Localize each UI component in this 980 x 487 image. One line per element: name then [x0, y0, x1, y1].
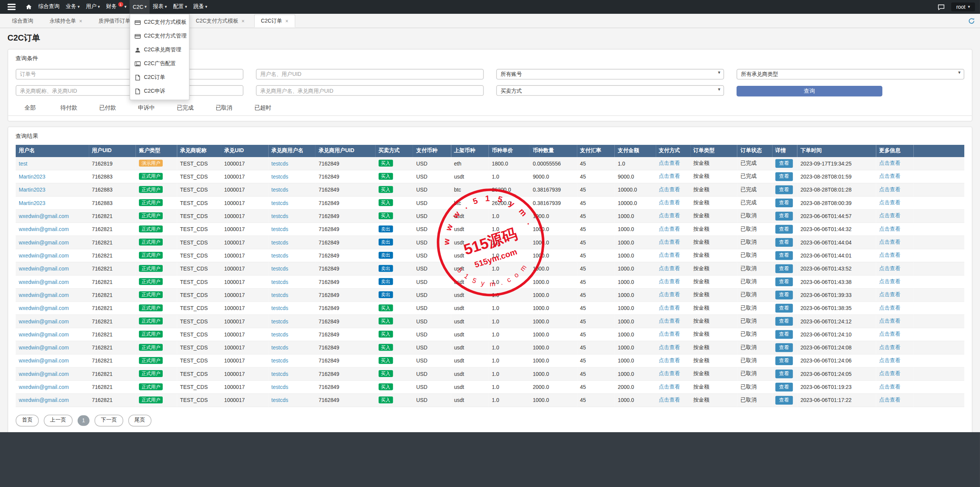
user-link[interactable]: wxedwin@gmail.com: [19, 239, 69, 245]
more-info-link[interactable]: 点击查看: [879, 186, 901, 192]
search-button[interactable]: 查询: [737, 85, 882, 96]
chat-icon[interactable]: [938, 3, 945, 10]
close-icon[interactable]: ×: [285, 18, 288, 24]
pay-method-link[interactable]: 点击查看: [659, 357, 680, 363]
more-info-link[interactable]: 点击查看: [879, 317, 901, 323]
more-info-link[interactable]: 点击查看: [879, 265, 901, 271]
view-detail-button[interactable]: 查看: [775, 343, 793, 352]
more-info-link[interactable]: 点击查看: [879, 291, 901, 297]
nav-item-7[interactable]: 配置▾: [170, 0, 190, 14]
user-link[interactable]: wxedwin@gmail.com: [19, 357, 69, 364]
close-icon[interactable]: ×: [79, 18, 82, 24]
nav-item-8[interactable]: 跳蚤▾: [190, 0, 211, 14]
nav-item-3[interactable]: 用户▾: [83, 0, 103, 14]
dropdown-item-2[interactable]: C2C支付方式管理: [130, 30, 189, 43]
side-select[interactable]: 买卖方式: [496, 85, 724, 96]
pay-method-link[interactable]: 点击查看: [659, 291, 680, 297]
merchant-user-link[interactable]: testcds: [271, 265, 288, 271]
page-button-1[interactable]: 首页: [16, 414, 39, 426]
pay-method-link[interactable]: 点击查看: [659, 344, 680, 350]
dropdown-item-3[interactable]: C2C承兑商管理: [130, 43, 189, 57]
view-detail-button[interactable]: 查看: [775, 238, 793, 246]
nav-item-4[interactable]: 财务1▾: [103, 0, 130, 14]
tab-2[interactable]: 永续持仓单×: [42, 15, 89, 28]
close-icon[interactable]: ×: [242, 18, 245, 24]
more-info-link[interactable]: 点击查看: [879, 383, 901, 389]
more-info-link[interactable]: 点击查看: [879, 370, 901, 376]
more-info-link[interactable]: 点击查看: [879, 278, 901, 284]
more-info-link[interactable]: 点击查看: [879, 344, 901, 350]
more-info-link[interactable]: 点击查看: [879, 396, 901, 402]
pay-method-link[interactable]: 点击查看: [659, 330, 680, 336]
merchant-type-select[interactable]: 所有承兑商类型: [737, 69, 964, 79]
more-info-link[interactable]: 点击查看: [879, 225, 901, 231]
pay-method-link[interactable]: 点击查看: [659, 396, 680, 402]
user-link[interactable]: wxedwin@gmail.com: [19, 226, 69, 232]
nav-item-1[interactable]: 综合查询: [35, 0, 63, 14]
pay-method-link[interactable]: 点击查看: [659, 304, 680, 310]
tab-1[interactable]: 综合查询: [5, 15, 40, 28]
more-info-link[interactable]: 点击查看: [879, 251, 901, 257]
dropdown-item-5[interactable]: C2C订单: [130, 71, 189, 85]
pay-method-link[interactable]: 点击查看: [659, 278, 680, 284]
more-info-link[interactable]: 点击查看: [879, 159, 901, 166]
nav-item-6[interactable]: 报表▾: [150, 0, 170, 14]
view-detail-button[interactable]: 查看: [775, 251, 793, 260]
user-link[interactable]: wxedwin@gmail.com: [19, 371, 69, 377]
user-link[interactable]: wxedwin@gmail.com: [19, 252, 69, 258]
hamburger-menu-icon[interactable]: [0, 0, 23, 14]
user-link[interactable]: wxedwin@gmail.com: [19, 397, 69, 403]
pay-method-link[interactable]: 点击查看: [659, 225, 680, 231]
merchant-user-link[interactable]: testcds: [271, 252, 288, 258]
account-select[interactable]: 所有账号: [496, 69, 724, 79]
pay-method-link[interactable]: 点击查看: [659, 159, 680, 166]
tab-6[interactable]: C2C订单×: [254, 15, 296, 28]
view-detail-button[interactable]: 查看: [775, 316, 793, 325]
more-info-link[interactable]: 点击查看: [879, 304, 901, 310]
merchant-user-link[interactable]: testcds: [271, 279, 288, 285]
user-link[interactable]: wxedwin@gmail.com: [19, 292, 69, 298]
dropdown-item-6[interactable]: C2C申诉: [130, 85, 189, 98]
user-link[interactable]: wxedwin@gmail.com: [19, 213, 69, 219]
view-detail-button[interactable]: 查看: [775, 225, 793, 233]
user-link[interactable]: Martin2023: [19, 173, 46, 179]
status-tab-2[interactable]: 待付款: [49, 100, 88, 115]
view-detail-button[interactable]: 查看: [775, 198, 793, 207]
view-detail-button[interactable]: 查看: [775, 172, 793, 181]
nav-item-2[interactable]: 业务▾: [62, 0, 83, 14]
view-detail-button[interactable]: 查看: [775, 303, 793, 312]
view-detail-button[interactable]: 查看: [775, 264, 793, 273]
nav-item-5[interactable]: C2C▾: [130, 0, 150, 14]
pay-method-link[interactable]: 点击查看: [659, 172, 680, 179]
view-detail-button[interactable]: 查看: [775, 212, 793, 220]
page-button-2[interactable]: 上一页: [44, 414, 72, 426]
merchant-user-link[interactable]: testcds: [271, 160, 288, 166]
page-button-5[interactable]: 尾页: [128, 414, 151, 426]
status-tab-6[interactable]: 已取消: [205, 100, 243, 115]
user-link[interactable]: wxedwin@gmail.com: [19, 265, 69, 271]
pay-method-link[interactable]: 点击查看: [659, 383, 680, 389]
user-link[interactable]: Martin2023: [19, 200, 46, 206]
merchant-user-link[interactable]: testcds: [271, 357, 288, 364]
view-detail-button[interactable]: 查看: [775, 356, 793, 365]
merchant-user-link[interactable]: testcds: [271, 305, 288, 311]
home-button[interactable]: [23, 0, 35, 14]
merchant-user-link[interactable]: testcds: [271, 331, 288, 337]
pay-method-link[interactable]: 点击查看: [659, 370, 680, 376]
view-detail-button[interactable]: 查看: [775, 382, 793, 391]
dropdown-item-1[interactable]: C2C支付方式模板: [130, 16, 189, 30]
pay-method-link[interactable]: 点击查看: [659, 238, 680, 244]
page-button-3[interactable]: 1: [77, 415, 90, 426]
merchant-user-link[interactable]: testcds: [271, 318, 288, 324]
merchant-user-link[interactable]: testcds: [271, 371, 288, 377]
view-detail-button[interactable]: 查看: [775, 290, 793, 299]
more-info-link[interactable]: 点击查看: [879, 199, 901, 205]
status-tab-3[interactable]: 已付款: [88, 100, 127, 115]
user-menu[interactable]: root ▾: [951, 3, 975, 11]
view-detail-button[interactable]: 查看: [775, 185, 793, 194]
more-info-link[interactable]: 点击查看: [879, 238, 901, 244]
more-info-link[interactable]: 点击查看: [879, 212, 901, 218]
more-info-link[interactable]: 点击查看: [879, 330, 901, 336]
view-detail-button[interactable]: 查看: [775, 369, 793, 378]
refresh-icon[interactable]: [968, 18, 975, 25]
